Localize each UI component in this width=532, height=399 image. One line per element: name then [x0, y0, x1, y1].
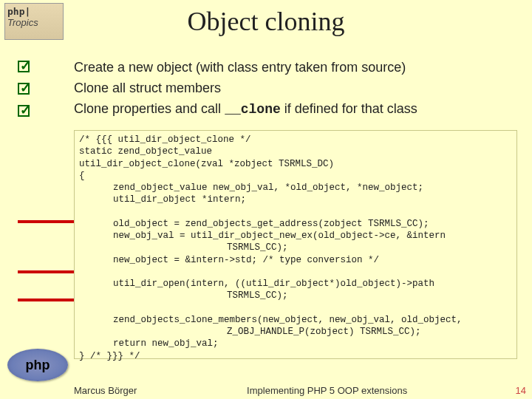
footer-author: Marcus Börger: [74, 385, 137, 396]
bullet-checkmarks: [18, 61, 30, 127]
code-inline: __clone: [225, 102, 281, 117]
check-icon: [18, 61, 30, 72]
bullet-list: Create a new object (with class entry ta…: [74, 58, 517, 120]
check-icon: [18, 83, 30, 95]
footer-title: Implementing PHP 5 OOP extensions: [137, 385, 517, 396]
arrow-icon: [18, 220, 74, 223]
check-icon: [18, 105, 30, 117]
arrow-icon: [18, 270, 74, 273]
arrow-icon: [18, 299, 74, 301]
code-block: /* {{{ util_dir_object_clone */ static z…: [74, 130, 517, 359]
bullet-item: Clone properties and call __clone if def…: [74, 99, 517, 120]
slide-title: Object cloning: [0, 6, 532, 37]
footer: Marcus Börger Implementing PHP 5 OOP ext…: [74, 385, 517, 396]
php-logo-icon: php: [7, 349, 68, 381]
page-number: 14: [516, 385, 526, 396]
bullet-item: Clone all struct members: [74, 78, 517, 99]
bullet-item: Create a new object (with class entry ta…: [74, 58, 517, 78]
